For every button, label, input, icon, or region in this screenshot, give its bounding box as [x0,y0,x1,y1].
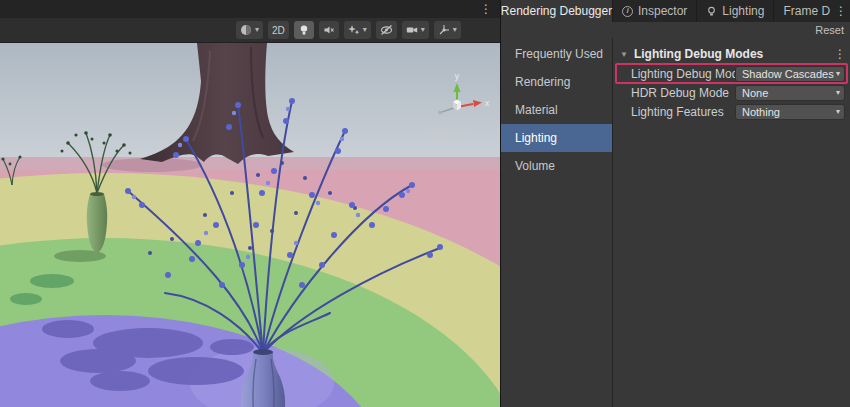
scene-visibility-toggle-button[interactable] [376,21,397,39]
tab-frame-debugger[interactable]: Frame D [774,0,832,22]
tab-label: Inspector [638,4,687,18]
tab-lighting[interactable]: Lighting [697,0,774,22]
debugger-body: Frequently Used Rendering Material Light… [501,38,850,407]
lighting-features-dropdown[interactable]: Nothing ▾ [735,104,845,120]
audio-muted-icon [323,24,335,36]
gizmo-axes-icon [438,24,450,36]
section-title: Lighting Debug Modes [634,47,763,61]
scene-toolbar: ▾ 2D ▾ [0,18,500,43]
reset-button[interactable]: Reset [815,24,844,36]
sidebar-item-label: Material [515,103,558,117]
debugger-content: ▼ Lighting Debug Modes ⋮ Lighting Debug … [613,38,850,407]
dropdown-value: Nothing [742,106,836,118]
debugger-sidebar: Frequently Used Rendering Material Light… [501,38,613,407]
mode-2d-button[interactable]: 2D [268,21,289,39]
sidebar-item-rendering[interactable]: Rendering [501,68,612,96]
hdr-debug-mode-dropdown[interactable]: None ▾ [735,85,845,101]
sidebar-item-label: Rendering [515,75,570,89]
foldout-icon[interactable]: ▼ [620,50,628,59]
light-bulb-icon [706,6,717,17]
scene-topbar: ⋮ [0,0,500,18]
chevron-down-icon: ▾ [453,26,457,34]
gizmos-dropdown-button[interactable]: ▾ [434,21,461,39]
property-label: Lighting Features [631,105,735,119]
section-header: ▼ Lighting Debug Modes ⋮ [613,44,850,64]
effects-stars-icon [348,24,360,36]
chevron-down-icon: ▾ [836,89,840,97]
property-label: Lighting Debug Mode [631,67,735,81]
tab-label: Rendering Debugger [501,4,612,18]
chevron-down-icon: ▾ [836,108,840,116]
audio-toggle-button[interactable] [319,21,339,39]
lighting-features-row: Lighting Features Nothing ▾ [613,102,850,121]
tab-rendering-debugger[interactable]: Rendering Debugger [501,0,613,22]
dropdown-value: None [742,87,836,99]
section-kebab-icon[interactable]: ⋮ [834,47,846,61]
gizmo-x-label[interactable]: x [485,98,490,108]
persp-label[interactable]: Persp [438,123,467,135]
sidebar-item-material[interactable]: Material [501,96,612,124]
sidebar-item-label: Lighting [515,131,557,145]
property-label: HDR Debug Mode [631,86,735,100]
debugger-toolbar: Reset [501,22,850,38]
tab-label: Frame D [783,4,830,18]
rendering-debugger-panel: Rendering Debugger i Inspector Lighting … [500,0,850,407]
sidebar-item-label: Frequently Used [515,47,603,61]
sidebar-item-label: Volume [515,159,555,173]
hdr-debug-mode-row: HDR Debug Mode None ▾ [613,83,850,102]
panel-tabbar: Rendering Debugger i Inspector Lighting … [501,0,850,22]
lighting-debug-mode-row: Lighting Debug Mode Shadow Cascades ▾ [613,64,850,83]
chevron-down-icon: ▾ [255,26,259,34]
sidebar-item-frequently-used[interactable]: Frequently Used [501,40,612,68]
eye-slash-icon [380,24,393,36]
effects-dropdown-button[interactable]: ▾ [344,21,371,39]
scene-menu-kebab-icon[interactable]: ⋮ [480,2,492,16]
dropdown-value: Shadow Cascades [742,68,836,80]
info-icon: i [622,6,633,17]
camera-icon [406,24,418,36]
persp-arrow-icon[interactable]: ◄ [426,123,437,135]
shaded-sphere-icon [240,24,252,36]
mode-2d-label: 2D [272,25,285,36]
scene-view[interactable]: y x ◄ Persp [0,43,500,407]
tabbar-kebab-icon[interactable]: ⋮ [832,0,850,22]
chevron-down-icon: ▾ [421,26,425,34]
tab-inspector[interactable]: i Inspector [613,0,697,22]
gizmo-y-label[interactable]: y [455,71,460,81]
chevron-down-icon: ▾ [363,26,367,34]
draw-mode-button[interactable]: ▾ [236,21,263,39]
sidebar-item-volume[interactable]: Volume [501,152,612,180]
tab-label: Lighting [722,4,764,18]
scene-view-pane: ⋮ ▾ 2D [0,0,500,407]
light-bulb-icon [298,24,310,36]
scene-lighting-toggle-button[interactable] [294,21,314,39]
sidebar-item-lighting[interactable]: Lighting [501,124,612,152]
lighting-debug-mode-dropdown[interactable]: Shadow Cascades ▾ [735,66,845,82]
camera-dropdown-button[interactable]: ▾ [402,21,429,39]
chevron-down-icon: ▾ [836,70,840,78]
